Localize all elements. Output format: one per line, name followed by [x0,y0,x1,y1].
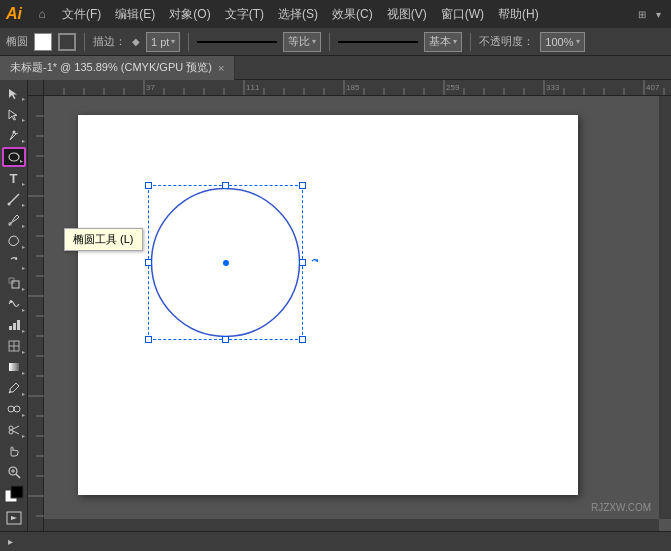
stroke-size-icon: ◆ [132,36,140,47]
style-label: 基本 [429,34,451,49]
svg-rect-9 [13,323,16,330]
document-tab[interactable]: 未标题-1* @ 135.89% (CMYK/GPU 预览) × [0,56,235,80]
warp-tool-arrow-icon: ▸ [22,306,25,313]
menu-window[interactable]: 窗口(W) [435,4,490,25]
menu-file[interactable]: 文件(F) [56,4,107,25]
svg-rect-14 [9,363,19,371]
separator2 [188,33,189,51]
mesh-tool-arrow-icon: ▸ [22,348,25,355]
dropdown-arrow-icon: ▾ [171,37,175,46]
menu-object[interactable]: 对象(O) [163,4,216,25]
handle-mid-right[interactable] [299,259,306,266]
tab-bar: 未标题-1* @ 135.89% (CMYK/GPU 预览) × [0,56,671,80]
rotate-tool-arrow-icon: ▸ [22,264,25,271]
svg-point-0 [12,130,15,133]
handle-top-mid[interactable] [222,182,229,189]
ellipse-tool-arrow-icon: ▸ [20,157,23,164]
eyedropper-tool[interactable]: ▸ [2,379,26,398]
handle-mid-left[interactable] [145,259,152,266]
hand-tool[interactable] [2,442,26,461]
handle-bot-mid[interactable] [222,336,229,343]
home-icon[interactable]: ⌂ [32,4,52,24]
brush-tool-arrow-icon: ▸ [22,222,25,229]
scale-tool-arrow-icon: ▸ [22,285,25,292]
ratio-dropdown[interactable]: 等比 ▾ [283,32,321,52]
stroke-swatch[interactable] [58,33,76,51]
rotate-handle[interactable] [310,257,320,269]
menu-select[interactable]: 选择(S) [272,4,324,25]
options-bar: 椭圆 描边： ◆ 1 pt ▾ 等比 ▾ 基本 ▾ 不透明度： 100% ▾ [0,28,671,56]
stroke-size-dropdown[interactable]: 1 pt ▾ [146,32,180,52]
menu-type[interactable]: 文字(T) [219,4,270,25]
svg-rect-10 [17,320,20,330]
document-canvas[interactable] [78,115,578,495]
menu-help[interactable]: 帮助(H) [492,4,545,25]
app-logo: Ai [6,5,28,23]
menu-edit[interactable]: 编辑(E) [109,4,161,25]
separator4 [470,33,471,51]
svg-line-15 [9,391,11,393]
paintbrush-tool[interactable]: ▸ [2,211,26,230]
dropdown-arrow4-icon: ▾ [576,37,580,46]
handle-top-right[interactable] [299,182,306,189]
grid-icon[interactable]: ⊞ [635,7,649,21]
svg-point-4 [8,222,12,226]
pen-tool[interactable]: ▸ [2,126,26,145]
status-info: ▸ [8,536,13,547]
gradient-tool[interactable]: ▸ [2,358,26,377]
graph-tool-arrow-icon: ▸ [22,327,25,334]
scrollbar-horizontal[interactable] [44,519,659,531]
title-bar: Ai ⌂ 文件(F) 编辑(E) 对象(O) 文字(T) 选择(S) 效果(C)… [0,0,671,28]
svg-point-19 [9,430,13,434]
tool-arrow2-icon: ▸ [22,116,25,123]
opacity-dropdown[interactable]: 100% ▾ [540,32,584,52]
blend-tool[interactable]: ▸ [2,400,26,419]
menu-view[interactable]: 视图(V) [381,4,433,25]
mesh-tool[interactable]: ▸ [2,337,26,356]
scrollbar-vertical[interactable] [659,96,671,519]
svg-text:407: 407 [646,83,660,92]
gradient-tool-arrow-icon: ▸ [22,369,25,376]
fill-swatch[interactable] [34,33,52,51]
menu-effect[interactable]: 效果(C) [326,4,379,25]
tab-close-button[interactable]: × [218,62,224,74]
type-tool[interactable]: T ▸ [2,169,26,188]
ruler-vertical [28,96,44,531]
svg-point-1 [9,153,19,161]
svg-rect-8 [9,326,12,330]
opacity-label: 不透明度： [479,34,534,49]
line-tool-arrow-icon: ▸ [22,201,25,208]
chevron-down-icon[interactable]: ▾ [651,7,665,21]
blob-brush-tool[interactable]: ▸ [2,232,26,251]
style-dropdown[interactable]: 基本 ▾ [424,32,462,52]
rotate-tool[interactable]: ▸ [2,253,26,272]
warp-tool[interactable]: ▸ [2,295,26,314]
handle-bot-right[interactable] [299,336,306,343]
tool-tooltip: 椭圆工具 (L) [64,228,143,251]
line-tool[interactable]: ▸ [2,190,26,209]
draw-mode-tool[interactable] [2,508,26,527]
window-controls: ⊞ ▾ [635,7,665,21]
separator [84,33,85,51]
direct-selection-tool[interactable]: ▸ [2,105,26,124]
scale-tool[interactable]: ▸ [2,274,26,293]
separator3 [329,33,330,51]
stroke-size-value: 1 pt [151,36,169,48]
graph-tool[interactable]: ▸ [2,316,26,335]
scissors-tool[interactable]: ▸ [2,421,26,440]
svg-text:37: 37 [146,83,155,92]
svg-point-7 [9,300,12,303]
ruler-horizontal: // Will be drawn via JS 3711118525933340… [44,80,671,96]
center-dot [223,260,229,266]
zoom-tool[interactable] [2,463,26,482]
handle-bot-left[interactable] [145,336,152,343]
doc-tab-title: 未标题-1* @ 135.89% (CMYK/GPU 预览) [10,60,212,75]
ellipse-object[interactable] [148,185,303,340]
svg-line-20 [13,426,19,429]
selection-tool[interactable]: ▸ [2,84,26,103]
canvas-area: // Will be drawn via JS 3711118525933340… [28,80,671,531]
ellipse-tool[interactable]: ▸ [2,147,26,167]
handle-top-left[interactable] [145,182,152,189]
fill-stroke-tool[interactable] [2,484,26,506]
svg-text:333: 333 [546,83,560,92]
